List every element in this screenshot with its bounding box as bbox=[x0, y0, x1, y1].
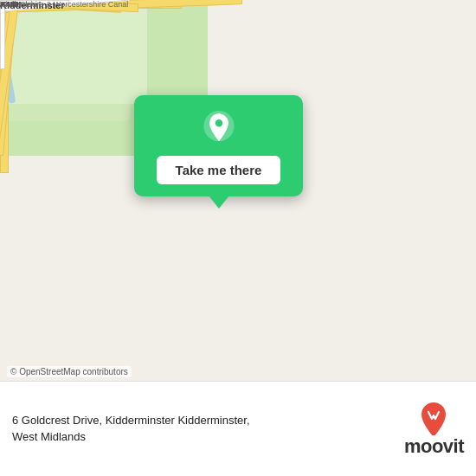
address-block: 6 Goldcrest Drive, Kidderminster Kidderm… bbox=[12, 413, 394, 444]
map-container: A456 A456 A451 A449 A449 A448 A450 A450 … bbox=[0, 0, 476, 381]
minor-road-2 bbox=[0, 0, 5, 69]
info-panel: 6 Goldcrest Drive, Kidderminster Kidderm… bbox=[0, 381, 476, 476]
popup-card: Take me there bbox=[134, 95, 303, 196]
location-pin-icon bbox=[201, 111, 237, 147]
area-label-river: River Stour bbox=[0, 0, 39, 9]
moovit-pin-icon bbox=[419, 401, 448, 435]
green-area-center bbox=[0, 0, 147, 104]
take-me-there-button[interactable]: Take me there bbox=[157, 156, 281, 184]
svg-point-1 bbox=[215, 119, 222, 126]
moovit-logo: moovit bbox=[404, 401, 464, 458]
address-line: 6 Goldcrest Drive, Kidderminster Kidderm… bbox=[12, 413, 394, 444]
map-attribution: © OpenStreetMap contributors bbox=[7, 366, 132, 377]
moovit-brand-name: moovit bbox=[404, 435, 464, 458]
